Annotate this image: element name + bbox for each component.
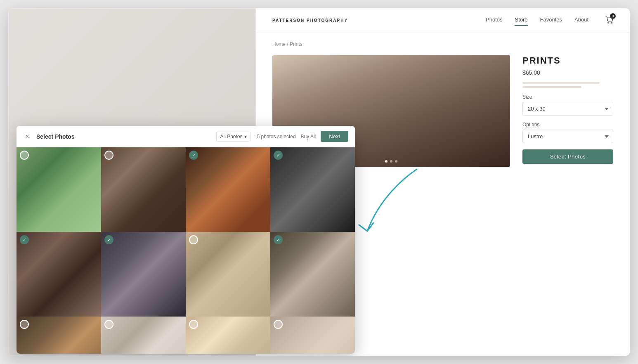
photo-checkbox-1[interactable] xyxy=(20,151,29,160)
nav-store[interactable]: Store xyxy=(515,17,527,24)
breadcrumb-home[interactable]: Home xyxy=(272,41,286,47)
buy-all-button[interactable]: Buy All xyxy=(301,134,316,139)
photo-image-11 xyxy=(186,317,270,354)
options-select[interactable]: Lustre xyxy=(522,130,613,143)
dot-2[interactable] xyxy=(390,160,392,163)
options-label: Options xyxy=(522,122,613,128)
overlay-title: Select Photos xyxy=(36,133,216,140)
filter-label: All Photos xyxy=(220,134,242,139)
photo-image-4 xyxy=(270,147,355,232)
photo-checkbox-4[interactable]: ✓ xyxy=(274,151,283,160)
photo-image-1 xyxy=(17,147,101,232)
select-photos-button[interactable]: Select Photos xyxy=(522,149,613,164)
filter-dropdown[interactable]: All Photos ▾ xyxy=(216,132,250,142)
photo-image-12 xyxy=(270,317,355,354)
site-logo: PATTERSON PHOTOGRAPHY xyxy=(272,18,348,23)
photo-checkbox-5[interactable]: ✓ xyxy=(20,235,29,244)
cart-icon[interactable]: 0 xyxy=(605,16,613,26)
breadcrumb-current: Prints xyxy=(290,41,302,47)
photo-cell-7[interactable] xyxy=(186,232,270,317)
photo-checkbox-2[interactable] xyxy=(104,151,113,160)
nav-favorites[interactable]: Favorites xyxy=(540,17,562,24)
photo-image-2 xyxy=(101,147,186,232)
image-dots xyxy=(385,160,397,163)
close-overlay-button[interactable]: × xyxy=(23,132,31,141)
photo-cell-3[interactable]: ✓ xyxy=(186,147,270,232)
options-line-1 xyxy=(522,82,600,84)
photo-cell-12[interactable] xyxy=(270,317,355,354)
photo-checkbox-12[interactable] xyxy=(274,320,283,329)
photo-image-9 xyxy=(17,317,101,354)
next-button[interactable]: Next xyxy=(321,131,348,142)
options-line-2 xyxy=(522,86,581,88)
product-info: PRINTS $65.00 Size 20 x 30 Options Lustr… xyxy=(522,55,613,186)
cart-badge: 0 xyxy=(610,13,616,19)
photo-cell-2[interactable] xyxy=(101,147,186,232)
photo-checkbox-11[interactable] xyxy=(189,320,198,329)
nav-about[interactable]: About xyxy=(574,17,588,24)
chevron-down-icon: ▾ xyxy=(244,134,247,139)
photo-checkbox-3[interactable]: ✓ xyxy=(189,151,198,160)
photo-checkbox-10[interactable] xyxy=(104,320,113,329)
photo-checkbox-9[interactable] xyxy=(20,320,29,329)
photo-image-6 xyxy=(101,232,186,317)
photo-cell-8[interactable]: ✓ xyxy=(270,232,355,317)
photo-cell-11[interactable] xyxy=(186,317,270,354)
photo-cell-9[interactable] xyxy=(17,317,101,354)
selection-count: 5 photos selected xyxy=(257,134,296,139)
photo-checkbox-7[interactable] xyxy=(189,235,198,244)
browser-window: PATTERSON PHOTOGRAPHY Photos Store Favor… xyxy=(8,8,630,356)
size-select[interactable]: 20 x 30 xyxy=(522,102,613,116)
photo-grid: ✓ ✓ ✓ ✓ ✓ xyxy=(17,147,355,354)
photo-cell-10[interactable] xyxy=(101,317,186,354)
size-label: Size xyxy=(522,94,613,100)
svg-point-0 xyxy=(608,22,609,23)
photo-cell-6[interactable]: ✓ xyxy=(101,232,186,317)
nav-photos[interactable]: Photos xyxy=(486,17,502,24)
site-header: PATTERSON PHOTOGRAPHY Photos Store Favor… xyxy=(256,8,630,33)
svg-point-1 xyxy=(612,22,612,23)
dot-1[interactable] xyxy=(385,160,388,163)
photo-image-8 xyxy=(270,232,355,317)
photo-selector-overlay: × Select Photos All Photos ▾ 5 photos se… xyxy=(17,126,355,354)
photo-cell-5[interactable]: ✓ xyxy=(17,232,101,317)
photo-checkbox-8[interactable]: ✓ xyxy=(274,235,283,244)
photo-image-10 xyxy=(101,317,186,354)
overlay-header: × Select Photos All Photos ▾ 5 photos se… xyxy=(17,126,355,147)
breadcrumb: Home / Prints xyxy=(272,41,613,47)
product-title: PRINTS xyxy=(522,55,613,66)
site-nav: Photos Store Favorites About xyxy=(486,17,588,24)
photo-checkbox-6[interactable]: ✓ xyxy=(104,235,113,244)
photo-image-5 xyxy=(17,232,101,317)
product-price: $65.00 xyxy=(522,69,613,76)
photo-cell-4[interactable]: ✓ xyxy=(270,147,355,232)
dot-3[interactable] xyxy=(395,160,397,163)
photo-cell-1[interactable] xyxy=(17,147,101,232)
photo-image-3 xyxy=(186,147,270,232)
photo-image-7 xyxy=(186,232,270,317)
